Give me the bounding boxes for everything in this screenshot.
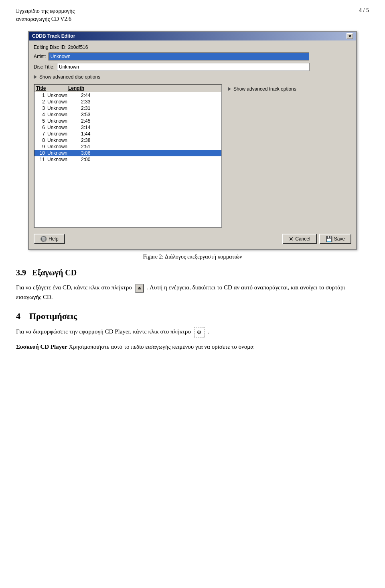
- artist-input[interactable]: [49, 53, 309, 61]
- header-line1: Εγχειρίδιο της εφαρμογής: [16, 7, 75, 15]
- track-title: Unknown: [47, 112, 79, 117]
- disc-title-input[interactable]: [57, 63, 310, 71]
- section-4-title: Προτιμήσεις: [29, 311, 77, 321]
- track-row[interactable]: 10 Unknown 3:06: [34, 150, 221, 156]
- section-4-heading: 4 Προτιμήσεις: [16, 311, 369, 321]
- disc-id-row: Editing Disc ID: 2b0df516: [34, 44, 351, 50]
- right-buttons: ✕ Cancel 💾 Save: [282, 234, 351, 244]
- track-row[interactable]: 8 Unknown 2:38: [34, 137, 221, 143]
- cancel-icon: ✕: [289, 236, 294, 242]
- track-number: 4: [36, 112, 45, 117]
- disc-id-label: Editing Disc ID: 2b0df516: [34, 44, 88, 50]
- track-title: Unknown: [47, 157, 79, 162]
- track-number: 5: [36, 118, 45, 124]
- artist-row: Artist:: [34, 53, 351, 61]
- disc-id-value: 2b0df516: [68, 44, 88, 50]
- advanced-track-label: Show advanced track options: [233, 86, 296, 92]
- track-length: 2:33: [81, 99, 90, 105]
- triangle-icon: [34, 75, 37, 79]
- settings-button-icon: ⚙: [194, 327, 205, 337]
- track-number: 8: [36, 137, 45, 143]
- track-title: Unknown: [47, 137, 79, 143]
- track-length: 3:53: [81, 112, 90, 117]
- track-length: 3:06: [81, 150, 90, 156]
- track-number: 1: [36, 93, 45, 98]
- figure-container: CDDB Track Editor ✕ Editing Disc ID: 2b0…: [16, 31, 369, 260]
- cancel-button[interactable]: ✕ Cancel: [282, 234, 316, 244]
- eject-button-icon: ⏏: [135, 284, 144, 293]
- dialog-buttons: 🔘 Help ✕ Cancel 💾 Save: [34, 231, 351, 245]
- track-row[interactable]: 7 Unknown 1:44: [34, 131, 221, 137]
- save-label: Save: [334, 236, 345, 242]
- track-number: 3: [36, 105, 45, 111]
- track-row[interactable]: 11 Unknown 2:00: [34, 156, 221, 163]
- disc-title-row: Disc Title:: [34, 63, 351, 71]
- section-39-before: Για να εξάγετε ένα CD, κάντε κλικ στο πλ…: [16, 284, 132, 291]
- track-row[interactable]: 5 Unknown 2:45: [34, 118, 221, 124]
- track-title: Unknown: [47, 144, 79, 150]
- track-list-header: Title Length: [34, 85, 221, 92]
- tracks-section: Title Length 1 Unknown 2:44 2 Unknown 2:…: [34, 84, 351, 228]
- track-row[interactable]: 6 Unknown 3:14: [34, 124, 221, 131]
- advanced-disc-row[interactable]: Show advanced disc options: [34, 73, 351, 81]
- doc-content: 3.9 Εξαγωγή CD Για να εξάγετε ένα CD, κά…: [0, 268, 385, 352]
- header-line2: αναπαραγωγής CD V2.6: [16, 15, 75, 23]
- track-length: 2:44: [81, 93, 90, 98]
- section-4-number: 4: [16, 311, 20, 321]
- track-list-body[interactable]: 1 Unknown 2:44 2 Unknown 2:33 3 Unknown …: [34, 92, 221, 225]
- track-length: 2:38: [81, 137, 90, 143]
- track-row[interactable]: 2 Unknown 2:33: [34, 99, 221, 105]
- figure-caption: Figure 2: Διάλογος επεξεργαστή κομματιών: [143, 254, 242, 260]
- section-39-heading: 3.9 Εξαγωγή CD: [16, 268, 369, 277]
- track-number: 7: [36, 131, 45, 137]
- col-length-header: Length: [68, 85, 84, 91]
- disc-title-label: Disc Title:: [34, 64, 55, 70]
- cd-player-term: Συσκευή CD Player: [16, 344, 67, 350]
- track-row[interactable]: 3 Unknown 2:31: [34, 105, 221, 111]
- track-number: 9: [36, 144, 45, 150]
- col-title-header: Title: [36, 85, 68, 91]
- track-row[interactable]: 9 Unknown 2:51: [34, 143, 221, 150]
- track-length: 1:44: [81, 131, 90, 137]
- page-header: Εγχειρίδιο της εφαρμογής αναπαραγωγής CD…: [0, 0, 385, 27]
- track-length: 3:14: [81, 125, 90, 130]
- track-triangle-icon: [228, 87, 231, 91]
- track-list-container: Title Length 1 Unknown 2:44 2 Unknown 2:…: [34, 84, 222, 228]
- track-title: Unknown: [47, 105, 79, 111]
- dialog-titlebar: CDDB Track Editor ✕: [29, 32, 356, 40]
- track-row[interactable]: 1 Unknown 2:44: [34, 92, 221, 99]
- track-length: 2:00: [81, 157, 90, 162]
- artist-label: Artist:: [34, 54, 46, 59]
- help-label: Help: [49, 236, 59, 242]
- track-number: 10: [36, 150, 45, 156]
- section-4-after: .: [208, 329, 209, 335]
- advanced-disc-label: Show advanced disc options: [39, 74, 100, 80]
- track-number: 2: [36, 99, 45, 105]
- track-title: Unknown: [47, 93, 79, 98]
- track-row[interactable]: 4 Unknown 3:53: [34, 111, 221, 118]
- page-number: 4 / 5: [359, 7, 369, 14]
- section-4-paragraph1: Για να διαμορφώσετε την εφαρμογή CD Play…: [16, 327, 369, 337]
- section-4-before: Για να διαμορφώσετε την εφαρμογή CD Play…: [16, 329, 191, 335]
- track-length: 2:45: [81, 118, 90, 124]
- section-4-paragraph2: Συσκευή CD Player Χρησιμοποιήστε αυτό το…: [16, 342, 369, 352]
- save-button[interactable]: 💾 Save: [319, 234, 351, 244]
- track-title: Unknown: [47, 125, 79, 130]
- track-options-panel: Show advanced track options: [225, 84, 351, 228]
- help-button[interactable]: 🔘 Help: [34, 234, 65, 244]
- advanced-track-row[interactable]: Show advanced track options: [228, 86, 349, 92]
- section-4-paragraph2-text: Χρησιμοποιήστε αυτό το πεδίο εισαγωγής κ…: [69, 344, 253, 350]
- track-title: Unknown: [47, 150, 79, 156]
- titlebar-buttons: ✕: [346, 33, 353, 39]
- track-length: 2:31: [81, 105, 90, 111]
- dialog-title: CDDB Track Editor: [32, 33, 75, 39]
- save-icon: 💾: [326, 236, 332, 242]
- track-title: Unknown: [47, 131, 79, 137]
- track-title: Unknown: [47, 99, 79, 105]
- close-button[interactable]: ✕: [346, 33, 353, 39]
- track-length: 2:51: [81, 144, 90, 150]
- track-number: 11: [36, 157, 45, 162]
- header-left: Εγχειρίδιο της εφαρμογής αναπαραγωγής CD…: [16, 7, 75, 23]
- track-title: Unknown: [47, 118, 79, 124]
- section-39-number: 3.9: [16, 268, 26, 277]
